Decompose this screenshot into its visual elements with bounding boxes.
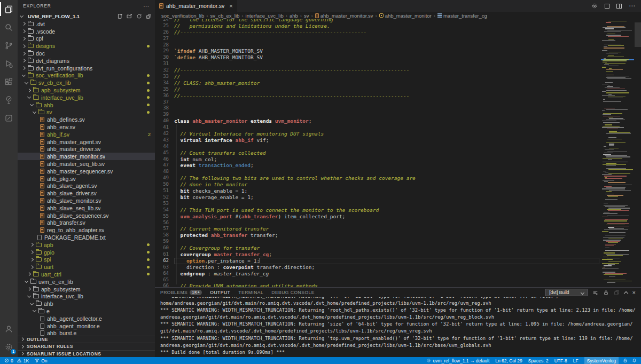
account-icon[interactable] [0,320,18,338]
new-file-icon[interactable] [117,13,123,19]
code-line-39[interactable]: 39 [155,112,641,118]
code-line-24[interactable]: 24// the License for the specific langua… [155,19,641,23]
breadcrumb-item-ahb[interactable]: ahb [290,13,298,19]
code-line-40[interactable]: 40class ahb_master_monitor extends uvm_m… [155,118,641,124]
tree-item-spi[interactable]: spi [18,256,155,264]
explorer-section-header[interactable]: UVM_REF_FLOW_1.1 [18,12,155,20]
trace-edit-icon[interactable] [0,109,18,127]
code-line-43[interactable]: 43 virtual interface ahb_if vif; [155,137,641,144]
tree-item-gpio[interactable]: gpio [18,249,155,256]
problems-status[interactable]: 0 1K [4,358,29,363]
open-changes-icon[interactable] [605,4,609,9]
tree-item-cpf[interactable]: cpf [18,35,155,43]
code-line-53[interactable]: 53 [155,201,641,207]
tree-item-reg_to_ahb_adapter.sv[interactable]: reg_to_ahb_adapter.sv [18,226,155,234]
maximize-panel-icon[interactable] [624,290,628,295]
editor-settings-icon[interactable] [591,3,598,9]
tree-item-.dvt[interactable]: .dvt [18,20,155,28]
language-mode[interactable]: SystemVerilog [584,357,619,364]
tree-item-ahb_master_monitor.sv[interactable]: ahb_master_monitor.sv [18,153,155,160]
code-line-66[interactable]: 66 // Provide UVM automation and utility… [155,283,641,287]
code-line-29[interactable]: 29`ifndef AHB_MASTER_MONITOR_SV [155,48,641,54]
code-line-32[interactable]: 32//------------------------------------… [155,67,641,74]
collapse-folders-icon[interactable] [146,13,152,19]
code-line-33[interactable]: 33// [155,74,641,80]
tree-item-.vscode[interactable]: .vscode [18,28,155,35]
tree-item-interface_uvc_lib[interactable]: interface_uvc_lib [18,292,155,300]
sidebar-section-sonarlint-issue-locations[interactable]: SONARLINT ISSUE LOCATIONS [18,350,155,358]
open-output-in-editor-icon[interactable] [592,290,598,296]
tree-item-ahb[interactable]: ahb [18,101,155,109]
code-line-28[interactable]: 28 [155,42,641,49]
code-line-46[interactable]: 46 int num_col; [155,156,641,163]
verification-tree-icon[interactable] [0,91,18,109]
tree-item-ahb_if.sv[interactable]: ahb_if.sv2 [18,131,155,138]
code-line-58[interactable]: 58 protected ahb_transfer transfer; [155,232,641,239]
code-line-62[interactable]: 62 option.per_instance = 1; [155,258,641,264]
breadcrumb-item-interface_uvc_lib[interactable]: interface_uvc_lib [246,13,284,19]
tree-item-ahb_defines.sv[interactable]: ahb_defines.sv [18,116,155,123]
tree-item-ahb_slave_seq_lib.sv[interactable]: ahb_slave_seq_lib.sv [18,204,155,212]
tree-item-ahb_slave_agent.sv[interactable]: ahb_slave_agent.sv [18,183,155,190]
code-line-27[interactable]: 27 [155,36,641,42]
breadcrumb-item-sv_cb_ex_lib[interactable]: sv_cb_ex_lib [210,13,239,19]
search-icon[interactable] [0,18,18,36]
code-line-37[interactable]: 37 [155,99,641,106]
panel-tab-debug-console[interactable]: DEBUG CONSOLE [271,288,315,297]
code-editor[interactable]: 24// the License for the specific langua… [155,19,641,287]
auto-scroll-lock-icon[interactable] [603,290,609,296]
tree-item-soc_verification_lib[interactable]: soc_verification_lib [18,72,155,80]
close-panel-icon[interactable]: × [632,289,636,296]
encoding-status[interactable]: UTF-8 [554,358,567,363]
code-line-47[interactable]: 47 event transaction_ended; [155,162,641,169]
code-line-63[interactable]: 63 direction : coverpoint transfer.direc… [155,264,641,271]
code-line-56[interactable]: 56 [155,220,641,226]
run-debug-icon[interactable] [0,54,18,73]
tree-item-doc[interactable]: doc [18,50,155,57]
tree-item-apb_subsystem[interactable]: apb_subsystem [18,86,155,94]
tree-item-sv[interactable]: sv [18,109,155,116]
tree-item-ahb[interactable]: ahb [18,300,155,307]
code-line-36[interactable]: 36//------------------------------------… [155,93,641,99]
split-editor-icon[interactable] [616,4,622,9]
tree-item-ahb_master_sequencer.sv[interactable]: ahb_master_sequencer.sv [18,168,155,175]
tree-item-e[interactable]: e [18,307,155,315]
code-line-49[interactable]: 49 // The following two bits are used to… [155,175,641,181]
indentation-status[interactable]: Spaces: 2 [528,358,549,363]
tree-item-ahb_master_agent.sv[interactable]: ahb_master_agent.sv [18,138,155,146]
code-line-60[interactable]: 60 // Covergroup for transfer [155,245,641,251]
breadcrumb-item-master_transfer_cg[interactable]: master_transfer_cg [437,13,487,19]
tree-item-dvt_diagrams[interactable]: dvt_diagrams [18,57,155,65]
clear-output-icon[interactable] [614,290,620,296]
tab-ahb-master-monitor[interactable]: ahb_master_monitor.sv × [155,0,237,12]
code-line-51[interactable]: 51 bit checks_enable = 1; [155,188,641,194]
source-control-icon[interactable] [0,36,18,54]
tree-item-uart[interactable]: uart [18,263,155,271]
code-line-44[interactable]: 44 [155,144,641,150]
settings-gear-icon[interactable]: 1 [0,338,18,356]
code-line-64[interactable]: 64 endgroup : master_transfer_cg [155,271,641,277]
tree-item-ahb_slave_driver.sv[interactable]: ahb_slave_driver.sv [18,189,155,197]
tree-item-PACKAGE_README.txt[interactable]: PACKAGE_README.txt [18,234,155,241]
tree-item-apb[interactable]: apb [18,241,155,249]
sidebar-section-sonarlint-rules[interactable]: SONARLINT RULES [18,343,155,350]
code-line-41[interactable]: 41 [155,124,641,131]
refresh-explorer-icon[interactable] [136,13,142,19]
code-line-50[interactable]: 50 // done in the monitor [155,181,641,188]
breadcrumb-item-ahb_master_monitor.sv[interactable]: ahb_master_monitor.sv [315,13,373,19]
code-line-30[interactable]: 30`define AHB_MASTER_MONITOR_SV [155,54,641,61]
code-line-34[interactable]: 34// CLASS: ahb_master_monitor [155,80,641,86]
tree-item-interface_uvc_lib[interactable]: interface_uvc_lib [18,94,155,101]
lock-status-icon[interactable] [623,358,628,363]
project-status[interactable]: uvm_ref_flow_1.1 → default [426,358,489,363]
code-line-25[interactable]: 25// permissions and limitations under t… [155,23,641,29]
tree-item-ahb_agent_collector.e[interactable]: ahb_agent_collector.e [18,315,155,322]
code-line-61[interactable]: 61 covergroup master_transfer_cg; [155,251,641,258]
panel-tab-terminal[interactable]: TERMINAL [238,288,263,297]
sidebar-section-outline[interactable]: OUTLINE [18,336,155,343]
output-console[interactable]: *** SEMANTIC WARNING: WIDTH_MISMATCH_TRU… [155,297,641,357]
tree-item-uart_ctrl[interactable]: uart_ctrl [18,271,155,278]
code-line-57[interactable]: 57 // Current monitored transfer [155,226,641,232]
tree-item-ahb_pkg.sv[interactable]: ahb_pkg.sv [18,175,155,183]
more-actions-icon[interactable]: ⋯ [629,2,636,10]
